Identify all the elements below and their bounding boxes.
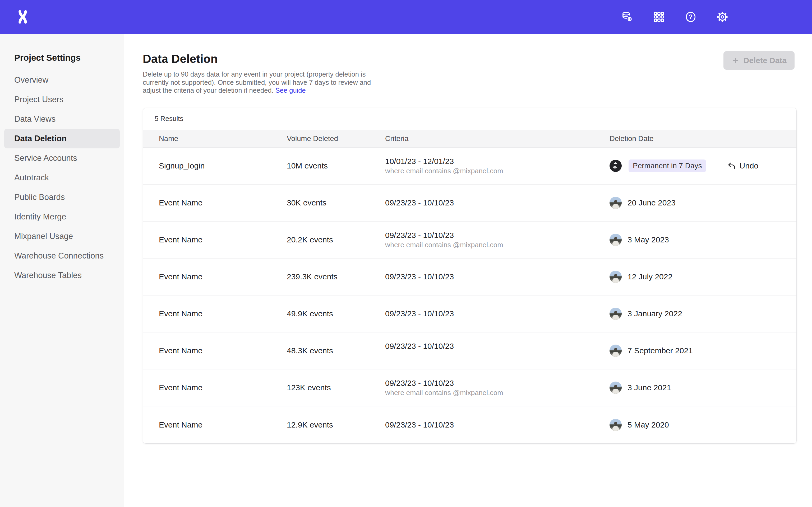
table-row: Event Name 12.9K events 09/23/23 - 10/10… [143,406,797,443]
column-header-deletion-date: Deletion Date [610,134,786,143]
row-name: Event Name [159,272,287,281]
mixpanel-logo-icon[interactable] [16,10,30,24]
page-description: Delete up to 90 days data for any event … [143,70,376,95]
row-volume: 49.9K events [287,309,385,318]
page-title: Data Deletion [143,52,797,65]
topbar-icons: ? [621,11,728,23]
apps-grid-icon[interactable] [653,11,665,23]
row-criteria-filter: where email contains @mixpanel.com [385,388,610,397]
row-name: Event Name [159,198,287,207]
row-volume: 10M events [287,161,385,170]
table-row: Event Name 239.3K events 09/23/23 - 10/1… [143,259,797,295]
deletion-date: 7 September 2021 [627,346,693,355]
status-badge: Permanent in 7 Days [628,160,706,172]
row-criteria-filter [385,351,610,360]
row-name: Event Name [159,346,287,355]
column-header-volume-deleted: Volume Deleted [287,134,385,143]
plus-icon [731,57,739,64]
delete-data-button[interactable]: Delete Data [723,51,795,70]
row-criteria: 09/23/23 - 10/10/23 [385,198,610,207]
row-deletion-date-cell: 12 July 2022 [610,271,786,283]
avatar [610,197,622,209]
deletion-date: 12 July 2022 [627,272,672,281]
avatar [610,271,622,283]
avatar [610,160,622,172]
column-header-criteria: Criteria [385,134,610,143]
table-row: Event Name 30K events 09/23/23 - 10/10/2… [143,184,797,222]
sidebar-item-data-views[interactable]: Data Views [0,109,124,129]
topbar: ? [0,0,812,34]
row-volume: 20.2K events [287,235,385,244]
row-volume: 12.9K events [287,420,385,429]
row-criteria-filter: where email contains @mixpanel.com [385,240,610,249]
sidebar-item-data-deletion[interactable]: Data Deletion [4,129,120,149]
table-row: Event Name 49.9K events 09/23/23 - 10/10… [143,295,797,332]
sidebar-item-overview[interactable]: Overview [0,70,124,90]
row-criteria: 09/23/23 - 10/10/23 [385,420,610,429]
row-criteria: 09/23/23 - 10/10/23 where email contains… [385,378,610,397]
row-criteria-range: 09/23/23 - 10/10/23 [385,341,610,351]
undo-icon [727,161,736,170]
page-description-text: Delete up to 90 days data for any event … [143,70,371,94]
sidebar-item-public-boards[interactable]: Public Boards [0,187,124,207]
deletion-date: 3 January 2022 [627,309,682,318]
undo-button-label: Undo [739,161,758,170]
row-volume: 30K events [287,198,385,207]
help-icon[interactable]: ? [684,11,697,23]
row-criteria-range: 09/23/23 - 10/10/23 [385,378,610,388]
sidebar-item-warehouse-tables[interactable]: Warehouse Tables [0,266,124,285]
row-name: Event Name [159,383,287,392]
deletion-date: 5 May 2020 [627,420,669,429]
row-volume: 239.3K events [287,272,385,281]
row-criteria-range: 10/01/23 - 12/01/23 [385,157,610,166]
column-header-name: Name [159,134,287,143]
data-management-icon[interactable] [621,11,633,23]
row-criteria: 09/23/23 - 10/10/23 [385,309,610,318]
settings-icon[interactable] [716,11,728,23]
table-row: Event Name 123K events 09/23/23 - 10/10/… [143,370,797,406]
svg-text:?: ? [689,13,693,20]
avatar [610,419,622,431]
avatar [610,382,622,394]
table-row: Event Name 20.2K events 09/23/23 - 10/10… [143,222,797,259]
avatar [610,307,622,320]
row-deletion-date-cell: 5 May 2020 [610,419,786,431]
main-content: Data Deletion Delete up to 90 days data … [124,34,812,507]
undo-button[interactable]: Undo [727,161,758,170]
row-criteria-range: 09/23/23 - 10/10/23 [385,230,610,240]
sidebar-title: Project Settings [14,53,124,63]
row-name: Event Name [159,420,287,429]
sidebar-item-warehouse-connections[interactable]: Warehouse Connections [0,246,124,266]
sidebar-item-service-accounts[interactable]: Service Accounts [0,149,124,168]
row-deletion-date-cell: Permanent in 7 Days Undo [610,160,786,172]
avatar [610,345,622,357]
sidebar-item-autotrack[interactable]: Autotrack [0,168,124,187]
row-volume: 123K events [287,383,385,392]
row-deletion-date-cell: 3 June 2021 [610,382,786,394]
table-row: Signup_login 10M events 10/01/23 - 12/01… [143,148,797,184]
row-deletion-date-cell: 20 June 2023 [610,197,786,209]
table-header-row: Name Volume Deleted Criteria Deletion Da… [143,130,797,148]
deletion-date: 3 June 2021 [627,383,671,392]
row-deletion-date-cell: 3 January 2022 [610,307,786,320]
avatar [610,234,622,246]
results-count: 5 Results [143,108,797,130]
see-guide-link[interactable]: See guide [275,87,306,94]
sidebar-item-mixpanel-usage[interactable]: Mixpanel Usage [0,227,124,246]
row-name: Event Name [159,235,287,244]
row-deletion-date-cell: 3 May 2023 [610,234,786,246]
row-criteria: 10/01/23 - 12/01/23 where email contains… [385,157,610,175]
deletion-date: 3 May 2023 [627,235,669,244]
row-name: Event Name [159,309,287,318]
row-criteria: 09/23/23 - 10/10/23 where email contains… [385,230,610,249]
row-criteria: 09/23/23 - 10/10/23 [385,272,610,281]
row-criteria: 09/23/23 - 10/10/23 [385,341,610,360]
deletion-table-card: 5 Results Name Volume Deleted Criteria D… [143,108,797,444]
deletion-date: 20 June 2023 [627,198,676,207]
sidebar-item-identity-merge[interactable]: Identity Merge [0,207,124,227]
sidebar-item-project-users[interactable]: Project Users [0,90,124,109]
row-criteria-filter: where email contains @mixpanel.com [385,167,610,175]
sidebar: Project Settings Overview Project Users … [0,34,124,507]
sidebar-nav: Overview Project Users Data Views Data D… [0,70,124,285]
row-volume: 48.3K events [287,346,385,355]
